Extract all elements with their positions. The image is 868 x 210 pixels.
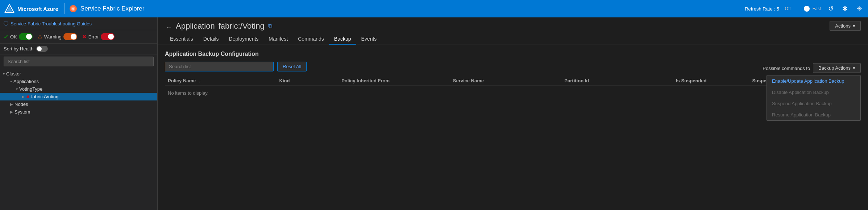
cluster-chevron-icon: ▾ xyxy=(3,72,5,76)
troubleshooting-guide-link[interactable]: ⓘ Service Fabric Troubleshooting Guides xyxy=(0,17,157,30)
sf-logo-icon xyxy=(69,4,78,13)
info-icon: ⓘ xyxy=(4,20,8,27)
health-ok-item[interactable]: ✔ OK xyxy=(4,33,33,40)
applications-label: Applications xyxy=(13,79,39,84)
tree-item-nodes[interactable]: ▶ Nodes xyxy=(0,100,157,108)
backup-actions-chevron-icon: ▾ xyxy=(853,65,855,71)
settings-icon-btn[interactable]: ✱ xyxy=(841,3,849,14)
ok-toggle-knob xyxy=(26,34,32,40)
refresh-toggle[interactable]: Off Fast xyxy=(785,5,821,12)
svg-marker-1 xyxy=(7,7,12,12)
system-chevron-icon: ▶ xyxy=(10,110,13,114)
service-fabric-title: Service Fabric Explorer xyxy=(69,4,145,13)
content-body: Application Backup Configuration Reset A… xyxy=(158,45,868,210)
actions-chevron-icon: ▾ xyxy=(853,23,855,29)
nodes-chevron-icon: ▶ xyxy=(10,102,13,106)
collapse-sidebar-btn[interactable]: ← xyxy=(163,23,174,32)
warning-icon: ⚠ xyxy=(38,34,42,40)
backup-actions-btn[interactable]: Backup Actions ▾ xyxy=(813,63,861,73)
th-inherited: Policy Inherited From xyxy=(339,78,450,83)
tab-commands[interactable]: Commands xyxy=(293,34,329,45)
tab-events[interactable]: Events xyxy=(356,34,382,45)
dropdown-item-resume: Resume Application Backup xyxy=(767,109,860,120)
sort-label: Sort by Health xyxy=(4,46,33,52)
th-kind: Kind xyxy=(277,78,339,83)
dropdown-overlay: Possible commands to Backup Actions ▾ En… xyxy=(763,63,861,121)
theme-icon-btn[interactable]: ☀ xyxy=(855,3,864,14)
possible-commands-label: Possible commands to xyxy=(763,66,810,71)
nodes-label: Nodes xyxy=(14,102,28,107)
tree-item-system[interactable]: ▶ System xyxy=(0,108,157,116)
warning-toggle[interactable] xyxy=(63,33,77,40)
dropdown-item-disable: Disable Application Backup xyxy=(767,87,860,98)
dropdown-menu: Enable/Update Application Backup Disable… xyxy=(767,75,861,121)
title-row: Application fabric:/Voting ⧉ Actions ▾ xyxy=(165,21,861,31)
tree-item-votingtype[interactable]: ▾ VotingType xyxy=(0,85,157,93)
error-icon: ✖ xyxy=(82,34,87,40)
table-header: Policy Name ↓ Kind Policy Inherited From… xyxy=(165,76,861,86)
tab-details[interactable]: Details xyxy=(198,34,224,45)
brand-logo: Microsoft Azure xyxy=(4,4,58,14)
sidebar: ⓘ Service Fabric Troubleshooting Guides … xyxy=(0,17,158,210)
th-suspended: Is Suspended xyxy=(673,78,749,83)
warning-label: Warning xyxy=(44,34,62,40)
health-toggles: ✔ OK ⚠ Warning ✖ Error xyxy=(0,30,157,44)
dropdown-item-enable[interactable]: Enable/Update Application Backup xyxy=(767,75,860,87)
nav-right: Refresh Rate : 5 Off Fast ↺ ✱ ☀ xyxy=(745,3,864,14)
sort-health-knob xyxy=(37,46,42,51)
fabric-voting-label: fabric:/Voting xyxy=(31,94,58,99)
tree-item-fabric-voting[interactable]: ▶ ✖ fabric:/Voting xyxy=(0,93,157,100)
th-service: Service Name xyxy=(450,78,562,83)
cluster-label: Cluster xyxy=(6,71,21,77)
backup-section-title: Application Backup Configuration xyxy=(165,51,861,57)
tree-item-applications[interactable]: ▾ Applications xyxy=(0,78,157,85)
warning-toggle-knob xyxy=(71,34,76,40)
reset-all-button[interactable]: Reset All xyxy=(277,62,307,71)
backup-actions-label: Backup Actions xyxy=(818,65,851,71)
app-title: Service Fabric Explorer xyxy=(80,5,145,12)
content-area: ← Application fabric:/Voting ⧉ Actions ▾… xyxy=(158,17,868,210)
error-x-icon: ✖ xyxy=(26,94,30,99)
top-nav: Microsoft Azure Service Fabric Explorer … xyxy=(0,0,868,17)
error-toggle[interactable] xyxy=(101,33,115,40)
ok-check-icon: ✔ xyxy=(4,33,8,40)
health-error-item[interactable]: ✖ Error xyxy=(82,33,115,40)
refresh-toggle-track[interactable] xyxy=(793,5,810,12)
nav-divider xyxy=(64,3,65,14)
votingtype-chevron-icon: ▾ xyxy=(16,87,18,91)
tab-backup[interactable]: Backup xyxy=(329,34,356,45)
dropdown-item-suspend: Suspend Application Backup xyxy=(767,98,860,109)
tree-item-cluster[interactable]: ▾ Cluster xyxy=(0,70,157,78)
copy-path-icon[interactable]: ⧉ xyxy=(268,23,272,29)
votingtype-label: VotingType xyxy=(19,86,42,92)
error-toggle-knob xyxy=(108,34,114,40)
tab-deployments[interactable]: Deployments xyxy=(224,34,264,45)
tabs-row: Essentials Details Deployments Manifest … xyxy=(165,34,861,45)
fabric-voting-chevron-icon: ▶ xyxy=(22,95,25,99)
system-label: System xyxy=(14,109,30,115)
sort-health-toggle[interactable] xyxy=(36,46,48,52)
th-policy: Policy Name ↓ xyxy=(165,78,277,83)
content-title: Application fabric:/Voting ⧉ xyxy=(165,21,272,31)
app-label: Application xyxy=(176,21,215,31)
main-layout: ⓘ Service Fabric Troubleshooting Guides … xyxy=(0,17,868,210)
tab-manifest[interactable]: Manifest xyxy=(263,34,293,45)
ok-toggle[interactable] xyxy=(19,33,33,40)
applications-chevron-icon: ▾ xyxy=(10,79,12,83)
th-partition: Partition Id xyxy=(561,78,673,83)
tab-essentials[interactable]: Essentials xyxy=(165,34,198,45)
actions-button[interactable]: Actions ▾ xyxy=(830,21,861,31)
backup-search-input[interactable] xyxy=(165,62,274,71)
refresh-icon-btn[interactable]: ↺ xyxy=(827,3,835,14)
brand-name: Microsoft Azure xyxy=(17,6,58,12)
search-input[interactable] xyxy=(4,57,154,66)
refresh-rate-label: Refresh Rate : 5 xyxy=(745,6,779,12)
health-warning-item[interactable]: ⚠ Warning xyxy=(38,33,77,40)
no-items-label: No items to display. xyxy=(165,86,861,100)
guide-label: Service Fabric Troubleshooting Guides xyxy=(11,21,92,26)
off-label: Off xyxy=(785,6,791,11)
azure-logo-icon xyxy=(4,4,14,14)
backup-search-row: Reset All xyxy=(165,62,861,71)
sort-row: Sort by Health xyxy=(0,44,157,54)
fast-label: Fast xyxy=(813,6,821,11)
